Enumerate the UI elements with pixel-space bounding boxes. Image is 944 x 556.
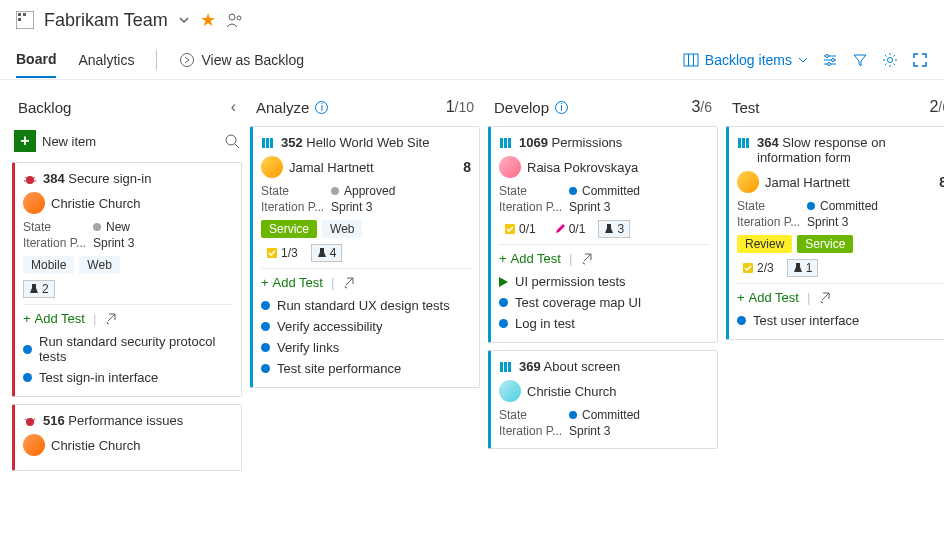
new-item-button[interactable]: + New item (14, 130, 96, 152)
bullet-icon (23, 373, 32, 382)
flask-counter[interactable]: 3 (598, 220, 630, 238)
settings-sliders-icon[interactable] (822, 52, 838, 68)
open-arrow-icon[interactable] (580, 252, 594, 266)
test-item[interactable]: Verify accessibility (261, 316, 471, 337)
card-352[interactable]: 352 Hello World Web Site Jamal Hartnett … (250, 126, 480, 388)
open-arrow-icon[interactable] (104, 312, 118, 326)
test-item[interactable]: Verify links (261, 337, 471, 358)
state-dot-icon (331, 187, 339, 195)
team-members-icon[interactable] (226, 11, 244, 29)
avatar (499, 380, 521, 402)
info-icon[interactable]: i (315, 101, 328, 114)
svg-rect-3 (18, 18, 21, 21)
tag[interactable]: Web (322, 220, 362, 238)
state-value: New (106, 220, 130, 234)
card-369[interactable]: 369 About screen Christie Church StateCo… (488, 350, 718, 449)
assignee[interactable]: Jamal Hartnett 8 (261, 156, 471, 178)
test-item[interactable]: Run standard UX design tests (261, 295, 471, 316)
flask-icon (29, 283, 39, 295)
svg-rect-28 (266, 138, 269, 148)
assignee-name: Christie Church (51, 196, 141, 211)
tag[interactable]: Web (79, 256, 119, 274)
avatar (261, 156, 283, 178)
avatar (23, 192, 45, 214)
divider (156, 50, 157, 70)
bullet-icon (261, 322, 270, 331)
task-counter[interactable]: 2/3 (737, 260, 779, 276)
card-364[interactable]: 364 Slow response on information form Ja… (726, 126, 944, 340)
test-item[interactable]: Test user interface (737, 310, 944, 331)
chevron-down-icon[interactable] (178, 14, 190, 26)
test-item[interactable]: Test coverage map UI (499, 292, 709, 313)
pbi-icon (499, 136, 513, 150)
state-dot-icon (807, 202, 815, 210)
column-header: Analyze i 1/10 (250, 92, 480, 126)
tab-analytics[interactable]: Analytics (78, 43, 134, 77)
flask-counter[interactable]: 4 (311, 244, 343, 262)
task-counter[interactable]: 0/1 (499, 221, 541, 237)
favorite-star-icon[interactable]: ★ (200, 9, 216, 31)
svg-rect-32 (504, 138, 507, 148)
filter-icon[interactable] (852, 52, 868, 68)
tag[interactable]: Service (261, 220, 317, 238)
kanban-board: Backlog ‹ + New item 384 Secure sign-in … (0, 80, 944, 490)
card-id: 369 (519, 359, 541, 374)
add-test-button[interactable]: +Add Test (499, 251, 561, 266)
svg-rect-33 (508, 138, 511, 148)
fullscreen-icon[interactable] (912, 52, 928, 68)
right-toolbar: Backlog items (683, 52, 928, 68)
column-develop: Develop i 3/6 1069 Permissions Raisa Pok… (488, 92, 718, 456)
card-384[interactable]: 384 Secure sign-in Christie Church State… (12, 162, 242, 397)
plus-icon: + (737, 290, 745, 305)
search-icon[interactable] (224, 133, 240, 149)
tag[interactable]: Service (797, 235, 853, 253)
open-arrow-icon[interactable] (342, 276, 356, 290)
svg-point-6 (181, 53, 194, 66)
assignee[interactable]: Raisa Pokrovskaya (499, 156, 709, 178)
add-test-button[interactable]: +Add Test (23, 311, 85, 326)
test-item[interactable]: Test site performance (261, 358, 471, 379)
state-dot-icon (93, 223, 101, 231)
svg-rect-39 (742, 138, 745, 148)
pencil-counter[interactable]: 0/1 (549, 221, 591, 237)
add-test-button[interactable]: +Add Test (737, 290, 799, 305)
assignee[interactable]: Jamal Hartnett 8 (737, 171, 944, 193)
pbi-icon (737, 136, 751, 150)
view-as-backlog-button[interactable]: View as Backlog (179, 52, 303, 68)
collapse-icon[interactable]: ‹ (231, 98, 236, 116)
plus-icon: + (14, 130, 36, 152)
assignee[interactable]: Christie Church (499, 380, 709, 402)
test-item[interactable]: UI permission tests (499, 271, 709, 292)
svg-line-18 (235, 144, 239, 148)
backlog-items-dropdown[interactable]: Backlog items (683, 52, 808, 68)
gear-icon[interactable] (882, 52, 898, 68)
new-item-row: + New item (12, 126, 242, 156)
card-1069[interactable]: 1069 Permissions Raisa Pokrovskaya State… (488, 126, 718, 343)
new-item-label: New item (42, 134, 96, 149)
assignee[interactable]: Christie Church (23, 434, 233, 456)
column-test: Test 2/6 364 Slow response on informatio… (726, 92, 944, 347)
card-516[interactable]: 516 Performance issues Christie Church (12, 404, 242, 471)
add-test-button[interactable]: +Add Test (261, 275, 323, 290)
flask-counter[interactable]: 2 (23, 280, 55, 298)
tag[interactable]: Review (737, 235, 792, 253)
avatar (737, 171, 759, 193)
open-arrow-icon[interactable] (818, 291, 832, 305)
column-header: Backlog ‹ (12, 92, 242, 126)
state-dot-icon (569, 411, 577, 419)
plus-icon: + (499, 251, 507, 266)
team-name[interactable]: Fabrikam Team (44, 10, 168, 31)
svg-line-20 (25, 177, 27, 179)
test-item[interactable]: Test sign-in interface (23, 367, 233, 388)
flask-counter[interactable]: 1 (787, 259, 819, 277)
tab-board[interactable]: Board (16, 42, 56, 78)
test-item[interactable]: Log in test (499, 313, 709, 334)
assignee[interactable]: Christie Church (23, 192, 233, 214)
task-counter[interactable]: 1/3 (261, 245, 303, 261)
column-title: Test (732, 99, 760, 116)
header: Fabrikam Team ★ (0, 0, 944, 40)
info-icon[interactable]: i (555, 101, 568, 114)
assignee-name: Jamal Hartnett (765, 175, 850, 190)
tag[interactable]: Mobile (23, 256, 74, 274)
test-item[interactable]: Run standard security protocol tests (23, 331, 233, 367)
